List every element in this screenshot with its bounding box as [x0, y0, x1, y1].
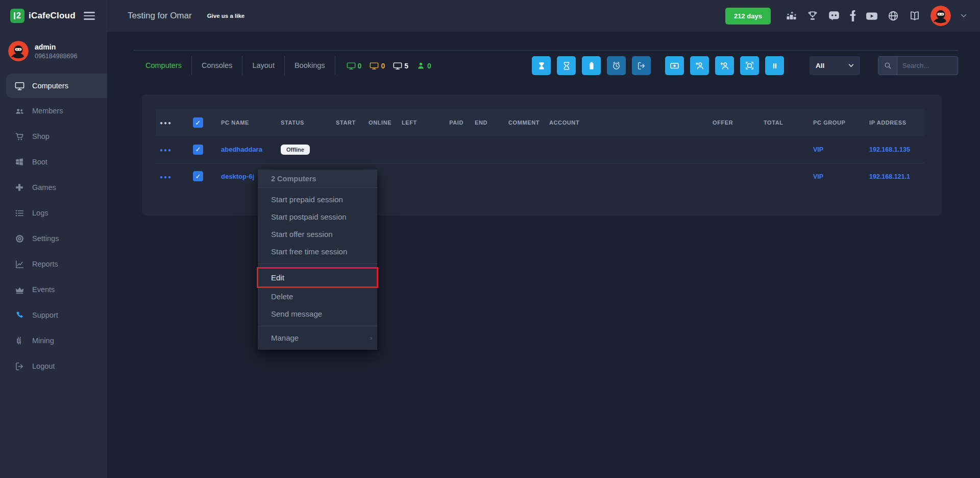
- pause-button[interactable]: [765, 56, 784, 75]
- menu-item-edit[interactable]: Edit: [257, 267, 378, 288]
- sidebar-item-logs[interactable]: Logs: [0, 200, 107, 226]
- pc-name-link[interactable]: desktop-6j: [221, 173, 254, 180]
- monitor-icon: [393, 61, 402, 70]
- discord-icon[interactable]: [828, 10, 840, 21]
- menu-item-start-offer-session[interactable]: Start offer session: [258, 226, 377, 243]
- start-postpaid-button[interactable]: [557, 56, 576, 75]
- tab-bookings[interactable]: Bookings: [285, 56, 335, 75]
- cell-account: [545, 163, 708, 189]
- col-pc-group: PC GROUP: [809, 109, 865, 136]
- cell-paid: [431, 136, 468, 163]
- menu-item-start-postpaid-session[interactable]: Start postpaid session: [258, 208, 377, 226]
- start-prepaid-button[interactable]: [532, 56, 551, 75]
- sidebar-item-events[interactable]: Events: [0, 277, 107, 302]
- row-checkbox[interactable]: ✓: [193, 171, 203, 181]
- brand-zone: 2 iCafeCloud: [0, 0, 107, 32]
- cell-start: [332, 136, 364, 163]
- sidebar-item-label: Members: [32, 107, 63, 115]
- pause-icon: [771, 62, 779, 70]
- context-menu-manage-group: Manage ›: [258, 326, 377, 350]
- search-input[interactable]: [897, 57, 958, 75]
- cash-icon: [670, 61, 679, 70]
- globe-icon[interactable]: [888, 10, 899, 21]
- header-actions-ellipsis-icon[interactable]: ●●●: [160, 120, 172, 126]
- menu-item-send-message[interactable]: Send message: [258, 305, 377, 323]
- menu-item-manage[interactable]: Manage ›: [258, 329, 377, 347]
- manual-book-icon[interactable]: [909, 10, 921, 21]
- pc-name-link[interactable]: abedhaddara: [221, 146, 262, 153]
- col-status: STATUS: [277, 109, 332, 136]
- ip-address-link[interactable]: 192.168.1.135: [869, 146, 910, 153]
- ranking-podium-icon[interactable]: ★★★: [786, 10, 797, 21]
- tabs: Computers Consoles Layout Bookings: [145, 56, 335, 75]
- give-us-a-like-link[interactable]: Give us a like: [207, 13, 245, 19]
- tab-computers[interactable]: Computers: [145, 56, 192, 75]
- sidebar-item-settings[interactable]: Settings: [0, 226, 107, 251]
- sidebar-user-phone: 096184988696: [35, 53, 77, 60]
- col-total: TOTAL: [760, 109, 809, 136]
- col-left: LEFT: [398, 109, 431, 136]
- sidebar-item-games[interactable]: Games: [0, 175, 107, 200]
- screenshot-button[interactable]: [740, 56, 759, 75]
- assign-member-button[interactable]: ★: [690, 56, 709, 75]
- sidebar-item-computers[interactable]: Computers: [6, 74, 107, 98]
- main-content: Computers Consoles Layout Bookings 0 0 5…: [107, 32, 980, 478]
- sidebar-item-mining[interactable]: B Mining: [0, 328, 107, 353]
- context-menu-action-group: Edit Delete Send message: [258, 264, 377, 326]
- table-header-row: ●●● ✓ PC NAME STATUS START ONLINE LEFT P…: [156, 109, 924, 136]
- sidebar-user-avatar[interactable]: [8, 41, 29, 61]
- sidebar-item-boot[interactable]: Boot: [0, 149, 107, 175]
- pc-group-link[interactable]: VIP: [813, 146, 823, 153]
- row-checkbox[interactable]: ✓: [193, 145, 203, 155]
- svg-text:★: ★: [787, 13, 790, 16]
- chevron-down-icon: [848, 64, 854, 67]
- icafecloud-logo-icon[interactable]: 2: [10, 9, 24, 23]
- cell-total: [760, 136, 809, 163]
- col-comment: COMMENT: [504, 109, 545, 136]
- battery-button[interactable]: [582, 56, 601, 75]
- svg-text:★: ★: [794, 13, 797, 16]
- sidebar-item-support[interactable]: Support: [0, 302, 107, 328]
- days-remaining-button[interactable]: 212 days: [725, 8, 771, 25]
- action-buttons: ★ All: [532, 56, 958, 75]
- chevron-down-icon[interactable]: [961, 14, 967, 18]
- hamburger-menu-icon[interactable]: [84, 10, 95, 22]
- sidebar-item-members[interactable]: Members: [0, 98, 107, 124]
- sidebar-item-label: Events: [32, 285, 55, 294]
- sidebar-item-shop[interactable]: Shop: [0, 124, 107, 149]
- menu-item-start-prepaid-session[interactable]: Start prepaid session: [258, 191, 377, 208]
- cash-payment-button[interactable]: [665, 56, 684, 75]
- counter-offline: 5: [393, 61, 408, 70]
- facebook-icon[interactable]: [850, 10, 856, 21]
- sidebar-item-label: Games: [32, 183, 56, 192]
- sidebar-item-logout[interactable]: Logout: [0, 353, 107, 379]
- cell-left: [398, 136, 431, 163]
- search-icon[interactable]: [878, 57, 897, 75]
- row-actions-ellipsis-icon[interactable]: ●●●: [160, 174, 172, 180]
- menu-item-delete[interactable]: Delete: [258, 288, 377, 305]
- filter-select[interactable]: All: [810, 56, 860, 75]
- youtube-icon[interactable]: [866, 11, 878, 21]
- user-plus-icon: [720, 61, 729, 70]
- add-member-button[interactable]: [715, 56, 734, 75]
- topbar-right: 212 days ★★★: [725, 6, 980, 26]
- cafe-title: Testing for Omar: [128, 11, 192, 21]
- pc-group-link[interactable]: VIP: [813, 173, 823, 180]
- header-select-all-checkbox[interactable]: ✓: [193, 117, 203, 128]
- crown-icon: [14, 285, 24, 294]
- row-actions-ellipsis-icon[interactable]: ●●●: [160, 147, 172, 153]
- user-avatar[interactable]: [930, 6, 951, 26]
- sign-out-session-button[interactable]: [632, 56, 651, 75]
- filter-select-value: All: [816, 62, 824, 69]
- sidebar-item-reports[interactable]: Reports: [0, 251, 107, 277]
- status-counters: 0 0 5 0: [347, 61, 431, 70]
- alarm-button[interactable]: [607, 56, 626, 75]
- sign-out-icon: [637, 61, 646, 70]
- tab-layout[interactable]: Layout: [242, 56, 285, 75]
- hourglass-filled-icon: [537, 61, 546, 70]
- menu-item-start-free-time-session[interactable]: Start free time session: [258, 243, 377, 260]
- tab-consoles[interactable]: Consoles: [192, 56, 242, 75]
- trophy-icon[interactable]: [807, 10, 818, 21]
- col-ip-address: IP ADDRESS: [865, 109, 924, 136]
- ip-address-link[interactable]: 192.168.121.1: [869, 173, 910, 180]
